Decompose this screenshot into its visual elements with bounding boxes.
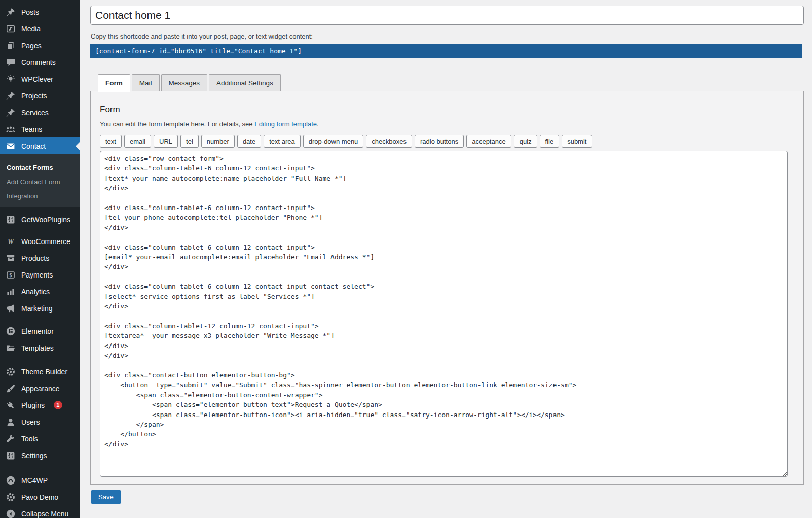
tab-messages[interactable]: Messages (161, 74, 208, 91)
tag-button-email[interactable]: email (124, 135, 151, 148)
admin-sidebar: Posts Media Pages Comments WPClever Proj… (0, 0, 80, 518)
bar-chart-icon (6, 287, 16, 297)
woocommerce-icon (6, 236, 16, 247)
sidebar-item-label: Analytics (21, 288, 50, 296)
tab-additional-settings[interactable]: Additional Settings (209, 74, 281, 91)
tag-button-url[interactable]: URL (154, 135, 178, 148)
sidebar-item-label: Tools (21, 435, 38, 443)
save-button[interactable]: Save (91, 490, 121, 504)
sidebar-item-teams[interactable]: Teams (0, 121, 80, 137)
sidebar-item-label: Comments (21, 58, 56, 66)
shortcode-hint: Copy this shortcode and paste it into yo… (91, 32, 804, 40)
pin-icon (6, 108, 16, 118)
sidebar-item-label: Settings (21, 452, 47, 460)
sidebar-item-appearance[interactable]: Appearance (0, 380, 80, 397)
submenu-item-integration[interactable]: Integration (0, 189, 80, 203)
sidebar-item-elementor[interactable]: Elementor (0, 323, 80, 339)
submenu-item-add-contact-form[interactable]: Add Contact Form (0, 175, 80, 189)
sidebar-item-tools[interactable]: Tools (0, 430, 80, 447)
dollar-card-icon (6, 270, 16, 280)
editor-tabs: Form Mail Messages Additional Settings (90, 74, 804, 91)
tag-button-text[interactable]: text (100, 135, 122, 148)
sidebar-item-label: Theme Builder (21, 368, 67, 376)
sidebar-item-woocommerce[interactable]: WooCommerce (0, 233, 80, 250)
tab-form[interactable]: Form (98, 74, 130, 92)
sidebar-item-label: Media (21, 25, 41, 33)
sidebar-item-templates[interactable]: Templates (0, 339, 80, 356)
sidebar-item-label: MC4WP (21, 476, 48, 485)
tag-button-acceptance[interactable]: acceptance (466, 135, 511, 148)
sidebar-item-analytics[interactable]: Analytics (0, 283, 80, 300)
tag-button-quiz[interactable]: quiz (514, 135, 537, 148)
pages-icon (6, 41, 16, 51)
tag-button-submit[interactable]: submit (562, 135, 592, 148)
sidebar-item-label: Services (21, 109, 49, 117)
tag-generator-buttons: text email URL tel number date text area… (100, 135, 803, 148)
sidebar-item-theme-builder[interactable]: Theme Builder (0, 363, 80, 380)
form-title-input[interactable] (90, 6, 804, 25)
sidebar-item-label: Templates (21, 344, 54, 352)
sidebar-item-pavo-demo[interactable]: Pavo Demo (0, 489, 80, 505)
sidebar-item-label: Appearance (21, 385, 60, 393)
gear-icon (6, 367, 16, 377)
submenu-item-contact-forms[interactable]: Contact Forms (0, 160, 80, 175)
sidebar-item-settings[interactable]: Settings (0, 447, 80, 464)
menu-separator (0, 356, 80, 363)
tag-button-number[interactable]: number (201, 135, 235, 148)
tag-button-checkboxes[interactable]: checkboxes (366, 135, 412, 148)
sidebar-item-label: Posts (21, 8, 39, 16)
wrench-icon (6, 434, 16, 444)
description-text: You can edit the form template here. For… (100, 120, 254, 128)
tag-button-tel[interactable]: tel (180, 135, 199, 148)
sidebar-item-label: WooCommerce (21, 237, 70, 246)
sidebar-item-label: Projects (21, 92, 47, 100)
sidebar-item-label: Pages (21, 42, 42, 50)
sidebar-item-wpclever[interactable]: WPClever (0, 71, 80, 87)
sidebar-item-services[interactable]: Services (0, 104, 80, 121)
tag-button-drop-down-menu[interactable]: drop-down menu (303, 135, 364, 148)
sidebar-item-label: Marketing (21, 304, 52, 313)
folder-icon (6, 343, 16, 353)
sliders-icon (6, 451, 16, 461)
sliders-icon (6, 215, 16, 225)
sidebar-item-marketing[interactable]: Marketing (0, 300, 80, 317)
sidebar-item-pages[interactable]: Pages (0, 37, 80, 54)
sidebar-item-mc4wp[interactable]: MC4WP (0, 472, 80, 489)
tag-button-file[interactable]: file (540, 135, 560, 148)
editing-form-template-link[interactable]: Editing form template (254, 120, 317, 128)
pin-icon (6, 7, 16, 17)
sidebar-item-posts[interactable]: Posts (0, 4, 80, 20)
menu-separator (0, 464, 80, 472)
sidebar-item-collapse-menu[interactable]: Collapse Menu (0, 505, 80, 518)
sidebar-item-getwooplugins[interactable]: GetWooPlugins (0, 211, 80, 228)
sidebar-item-projects[interactable]: Projects (0, 87, 80, 104)
elementor-icon (6, 326, 16, 336)
tag-button-radio-buttons[interactable]: radio buttons (415, 135, 464, 148)
sidebar-item-payments[interactable]: Payments (0, 266, 80, 283)
form-tab-panel: Form You can edit the form template here… (90, 91, 804, 485)
sidebar-item-users[interactable]: Users (0, 413, 80, 430)
sidebar-item-contact[interactable]: Contact (0, 137, 80, 154)
sidebar-item-label: Pavo Demo (21, 493, 58, 501)
tab-mail[interactable]: Mail (132, 74, 160, 91)
sidebar-item-products[interactable]: Products (0, 250, 80, 266)
tag-button-date[interactable]: date (237, 135, 261, 148)
sidebar-item-label: Collapse Menu (21, 510, 68, 518)
megaphone-icon (6, 303, 16, 314)
sidebar-item-label: Teams (21, 125, 42, 133)
sidebar-item-label: Users (21, 418, 40, 426)
user-icon (6, 417, 16, 427)
sidebar-item-label: WPClever (21, 75, 53, 83)
sidebar-item-label: Contact (21, 142, 46, 150)
form-template-textarea[interactable]: <div class="row contact-form"> <div clas… (100, 151, 788, 477)
sidebar-item-label: Products (21, 254, 49, 262)
sidebar-item-media[interactable]: Media (0, 20, 80, 37)
sidebar-item-plugins[interactable]: Plugins 1 (0, 397, 80, 413)
menu-separator (0, 317, 80, 323)
menu-separator (0, 228, 80, 233)
shortcode-box[interactable]: [contact-form-7 id="bbc0516" title="Cont… (90, 44, 802, 58)
sidebar-item-comments[interactable]: Comments (0, 54, 80, 71)
plugins-update-badge: 1 (54, 401, 62, 409)
sidebar-item-label: Plugins (21, 401, 45, 409)
tag-button-text-area[interactable]: text area (264, 135, 301, 148)
